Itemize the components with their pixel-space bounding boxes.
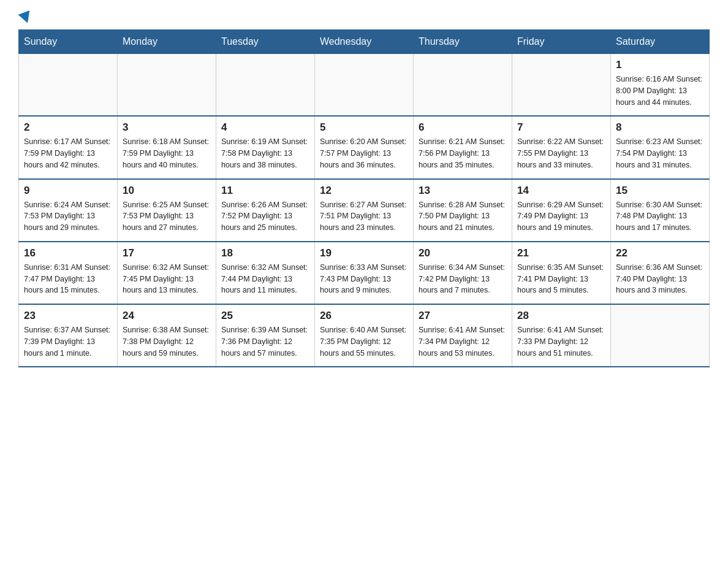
day-info: Sunrise: 6:28 AM Sunset: 7:50 PM Dayligh… bbox=[419, 199, 507, 234]
day-number: 20 bbox=[419, 247, 507, 259]
calendar-cell: 23Sunrise: 6:37 AM Sunset: 7:39 PM Dayli… bbox=[19, 304, 118, 367]
calendar-cell: 1Sunrise: 6:16 AM Sunset: 8:00 PM Daylig… bbox=[611, 54, 710, 117]
day-number: 13 bbox=[419, 185, 507, 197]
logo-triangle-icon bbox=[18, 10, 34, 25]
calendar-cell: 5Sunrise: 6:20 AM Sunset: 7:57 PM Daylig… bbox=[315, 116, 414, 178]
column-header-monday: Monday bbox=[118, 30, 216, 54]
logo bbox=[18, 12, 33, 23]
day-info: Sunrise: 6:27 AM Sunset: 7:51 PM Dayligh… bbox=[320, 199, 408, 234]
day-number: 2 bbox=[24, 121, 112, 134]
day-info: Sunrise: 6:25 AM Sunset: 7:53 PM Dayligh… bbox=[123, 199, 211, 234]
calendar-cell bbox=[118, 54, 216, 117]
column-header-thursday: Thursday bbox=[414, 30, 512, 54]
day-info: Sunrise: 6:36 AM Sunset: 7:40 PM Dayligh… bbox=[616, 262, 704, 296]
day-number: 17 bbox=[123, 247, 211, 259]
calendar-cell: 6Sunrise: 6:21 AM Sunset: 7:56 PM Daylig… bbox=[414, 116, 512, 178]
calendar-cell bbox=[414, 54, 512, 117]
calendar-cell: 25Sunrise: 6:39 AM Sunset: 7:36 PM Dayli… bbox=[216, 304, 315, 367]
calendar-table: SundayMondayTuesdayWednesdayThursdayFrid… bbox=[18, 29, 710, 367]
day-number: 8 bbox=[616, 121, 704, 134]
day-info: Sunrise: 6:26 AM Sunset: 7:52 PM Dayligh… bbox=[221, 199, 309, 234]
day-number: 5 bbox=[320, 121, 408, 134]
day-info: Sunrise: 6:24 AM Sunset: 7:53 PM Dayligh… bbox=[24, 199, 112, 234]
day-info: Sunrise: 6:40 AM Sunset: 7:35 PM Dayligh… bbox=[320, 324, 408, 359]
day-info: Sunrise: 6:18 AM Sunset: 7:59 PM Dayligh… bbox=[123, 136, 211, 170]
calendar-cell: 27Sunrise: 6:41 AM Sunset: 7:34 PM Dayli… bbox=[414, 304, 512, 367]
day-info: Sunrise: 6:22 AM Sunset: 7:55 PM Dayligh… bbox=[517, 136, 605, 170]
day-info: Sunrise: 6:21 AM Sunset: 7:56 PM Dayligh… bbox=[419, 136, 507, 170]
day-number: 4 bbox=[221, 121, 309, 134]
day-number: 19 bbox=[320, 247, 408, 259]
calendar-cell bbox=[315, 54, 414, 117]
calendar-cell: 24Sunrise: 6:38 AM Sunset: 7:38 PM Dayli… bbox=[118, 304, 216, 367]
day-info: Sunrise: 6:34 AM Sunset: 7:42 PM Dayligh… bbox=[419, 262, 507, 296]
day-number: 26 bbox=[320, 310, 408, 322]
page-header bbox=[18, 12, 710, 23]
day-info: Sunrise: 6:32 AM Sunset: 7:44 PM Dayligh… bbox=[221, 262, 309, 296]
day-number: 25 bbox=[221, 310, 309, 322]
day-number: 16 bbox=[24, 247, 112, 259]
calendar-cell: 4Sunrise: 6:19 AM Sunset: 7:58 PM Daylig… bbox=[216, 116, 315, 178]
day-number: 21 bbox=[517, 247, 605, 259]
day-number: 23 bbox=[24, 310, 112, 322]
day-info: Sunrise: 6:41 AM Sunset: 7:33 PM Dayligh… bbox=[517, 324, 605, 359]
day-number: 27 bbox=[419, 310, 507, 322]
day-info: Sunrise: 6:41 AM Sunset: 7:34 PM Dayligh… bbox=[419, 324, 507, 359]
day-number: 1 bbox=[616, 59, 704, 71]
day-info: Sunrise: 6:17 AM Sunset: 7:59 PM Dayligh… bbox=[24, 136, 112, 170]
day-number: 9 bbox=[24, 185, 112, 197]
day-number: 28 bbox=[517, 310, 605, 322]
column-header-tuesday: Tuesday bbox=[216, 30, 315, 54]
day-info: Sunrise: 6:39 AM Sunset: 7:36 PM Dayligh… bbox=[221, 324, 309, 359]
calendar-cell bbox=[216, 54, 315, 117]
calendar-header-row: SundayMondayTuesdayWednesdayThursdayFrid… bbox=[19, 30, 710, 54]
day-number: 24 bbox=[123, 310, 211, 322]
calendar-cell: 28Sunrise: 6:41 AM Sunset: 7:33 PM Dayli… bbox=[512, 304, 611, 367]
calendar-week-row: 2Sunrise: 6:17 AM Sunset: 7:59 PM Daylig… bbox=[19, 116, 710, 178]
column-header-wednesday: Wednesday bbox=[315, 30, 414, 54]
day-info: Sunrise: 6:35 AM Sunset: 7:41 PM Dayligh… bbox=[517, 262, 605, 296]
calendar-cell: 12Sunrise: 6:27 AM Sunset: 7:51 PM Dayli… bbox=[315, 179, 414, 242]
day-number: 3 bbox=[123, 121, 211, 134]
calendar-week-row: 9Sunrise: 6:24 AM Sunset: 7:53 PM Daylig… bbox=[19, 179, 710, 242]
calendar-cell: 16Sunrise: 6:31 AM Sunset: 7:47 PM Dayli… bbox=[19, 242, 118, 304]
calendar-cell: 9Sunrise: 6:24 AM Sunset: 7:53 PM Daylig… bbox=[19, 179, 118, 242]
day-number: 18 bbox=[221, 247, 309, 259]
day-number: 12 bbox=[320, 185, 408, 197]
day-info: Sunrise: 6:33 AM Sunset: 7:43 PM Dayligh… bbox=[320, 262, 408, 296]
calendar-cell: 3Sunrise: 6:18 AM Sunset: 7:59 PM Daylig… bbox=[118, 116, 216, 178]
calendar-cell: 8Sunrise: 6:23 AM Sunset: 7:54 PM Daylig… bbox=[611, 116, 710, 178]
calendar-cell: 21Sunrise: 6:35 AM Sunset: 7:41 PM Dayli… bbox=[512, 242, 611, 304]
calendar-cell: 18Sunrise: 6:32 AM Sunset: 7:44 PM Dayli… bbox=[216, 242, 315, 304]
day-info: Sunrise: 6:23 AM Sunset: 7:54 PM Dayligh… bbox=[616, 136, 704, 170]
calendar-cell: 19Sunrise: 6:33 AM Sunset: 7:43 PM Dayli… bbox=[315, 242, 414, 304]
day-number: 15 bbox=[616, 185, 704, 197]
calendar-cell: 2Sunrise: 6:17 AM Sunset: 7:59 PM Daylig… bbox=[19, 116, 118, 178]
column-header-saturday: Saturday bbox=[611, 30, 710, 54]
day-number: 7 bbox=[517, 121, 605, 134]
calendar-week-row: 23Sunrise: 6:37 AM Sunset: 7:39 PM Dayli… bbox=[19, 304, 710, 367]
day-number: 14 bbox=[517, 185, 605, 197]
calendar-cell: 11Sunrise: 6:26 AM Sunset: 7:52 PM Dayli… bbox=[216, 179, 315, 242]
column-header-sunday: Sunday bbox=[19, 30, 118, 54]
calendar-cell: 22Sunrise: 6:36 AM Sunset: 7:40 PM Dayli… bbox=[611, 242, 710, 304]
day-number: 6 bbox=[419, 121, 507, 134]
calendar-cell bbox=[512, 54, 611, 117]
calendar-cell: 15Sunrise: 6:30 AM Sunset: 7:48 PM Dayli… bbox=[611, 179, 710, 242]
day-info: Sunrise: 6:29 AM Sunset: 7:49 PM Dayligh… bbox=[517, 199, 605, 234]
day-info: Sunrise: 6:31 AM Sunset: 7:47 PM Dayligh… bbox=[24, 262, 112, 296]
day-info: Sunrise: 6:16 AM Sunset: 8:00 PM Dayligh… bbox=[616, 74, 704, 108]
calendar-week-row: 16Sunrise: 6:31 AM Sunset: 7:47 PM Dayli… bbox=[19, 242, 710, 304]
day-number: 22 bbox=[616, 247, 704, 259]
calendar-cell: 17Sunrise: 6:32 AM Sunset: 7:45 PM Dayli… bbox=[118, 242, 216, 304]
day-info: Sunrise: 6:20 AM Sunset: 7:57 PM Dayligh… bbox=[320, 136, 408, 170]
calendar-cell bbox=[611, 304, 710, 367]
calendar-cell: 10Sunrise: 6:25 AM Sunset: 7:53 PM Dayli… bbox=[118, 179, 216, 242]
day-info: Sunrise: 6:38 AM Sunset: 7:38 PM Dayligh… bbox=[123, 324, 211, 359]
day-info: Sunrise: 6:19 AM Sunset: 7:58 PM Dayligh… bbox=[221, 136, 309, 170]
day-info: Sunrise: 6:37 AM Sunset: 7:39 PM Dayligh… bbox=[24, 324, 112, 359]
calendar-week-row: 1Sunrise: 6:16 AM Sunset: 8:00 PM Daylig… bbox=[19, 54, 710, 117]
column-header-friday: Friday bbox=[512, 30, 611, 54]
calendar-cell: 14Sunrise: 6:29 AM Sunset: 7:49 PM Dayli… bbox=[512, 179, 611, 242]
calendar-cell bbox=[19, 54, 118, 117]
